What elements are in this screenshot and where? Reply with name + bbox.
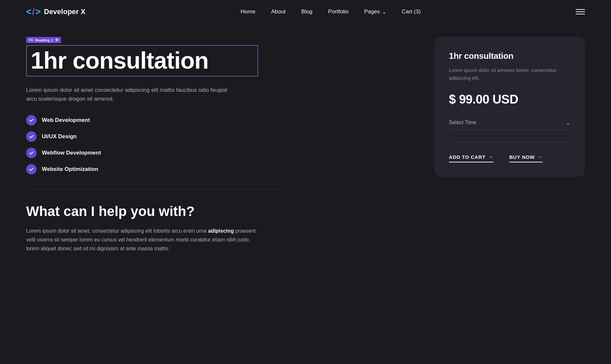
hamburger-menu[interactable]: [576, 9, 585, 14]
gear-icon: ⚙: [55, 38, 58, 42]
list-item: Website Optimization: [26, 164, 281, 174]
heading-badge: H1 Heading 1 ⚙: [26, 37, 61, 43]
help-text-before-bold: Lorem ipsum dolor sit amet, consectetur …: [26, 228, 208, 234]
buy-now-arrow-icon: →: [537, 154, 543, 160]
help-text: Lorem ipsum dolor sit amet, consectetur …: [26, 226, 265, 253]
check-circle-4: [26, 164, 37, 174]
action-buttons: ADD TO CART → BUY NOW →: [449, 154, 570, 162]
nav-link-pages[interactable]: Pages: [364, 8, 380, 15]
nav-item-portfolio[interactable]: Portfolio: [328, 8, 348, 15]
section-divider: [26, 189, 281, 189]
feature-label-2: UI/UX Design: [42, 133, 77, 140]
check-icon-3: [29, 150, 34, 156]
h1-badge-tag: H1: [29, 38, 33, 42]
nav-link-cart[interactable]: Cart (3): [402, 8, 421, 15]
nav-item-cart[interactable]: Cart (3): [402, 8, 421, 15]
nav-link-portfolio[interactable]: Portfolio: [328, 8, 348, 15]
product-title: 1hr consultation: [449, 51, 570, 61]
hamburger-line-3: [576, 14, 585, 14]
buy-now-button[interactable]: BUY NOW →: [509, 154, 543, 162]
nav-link-home[interactable]: Home: [240, 8, 255, 15]
buy-now-label: BUY NOW: [509, 154, 535, 160]
hero-description: Lorem ipsum dolor sit amet consectetur a…: [26, 86, 229, 103]
nav-link-blog[interactable]: Blog: [301, 8, 312, 15]
heading-wrapper[interactable]: 1hr consultation: [26, 45, 258, 76]
heading-badge-label: Heading 1: [35, 38, 53, 42]
select-time-wrapper[interactable]: Select Time Morning (9am - 12pm) Afterno…: [449, 116, 570, 130]
nav-item-about[interactable]: About: [271, 8, 286, 15]
logo-bracket-right: >: [35, 7, 41, 16]
product-card: 1hr consultation Lorem ipsum dolor sit a…: [435, 37, 585, 177]
add-to-cart-label: ADD TO CART: [449, 154, 486, 160]
help-heading: What can I help you with?: [26, 204, 281, 219]
check-circle-2: [26, 131, 37, 142]
nav-item-blog[interactable]: Blog: [301, 8, 312, 15]
feature-label-1: Web Development: [42, 117, 90, 124]
select-time-dropdown[interactable]: Select Time Morning (9am - 12pm) Afterno…: [449, 116, 570, 130]
right-column: 1hr consultation Lorem ipsum dolor sit a…: [435, 37, 585, 177]
list-item: Web Development: [26, 115, 281, 125]
check-circle-1: [26, 115, 37, 125]
help-text-bold: adipiscing: [208, 228, 234, 234]
feature-label-4: Website Optimization: [42, 166, 98, 173]
list-item: Webflow Development: [26, 148, 281, 158]
hamburger-line-1: [576, 9, 585, 10]
card-divider: [449, 142, 570, 142]
nav-item-home[interactable]: Home: [240, 8, 255, 15]
check-icon-1: [29, 118, 34, 123]
left-column: H1 Heading 1 ⚙ 1hr consultation Lorem ip…: [26, 37, 281, 253]
check-icon-2: [29, 134, 34, 139]
feature-label-3: Webflow Development: [42, 150, 101, 156]
product-description: Lorem ipsum dolor sit ametom lomre, cons…: [449, 66, 570, 82]
logo-slash: /: [32, 7, 35, 16]
hamburger-line-2: [576, 11, 585, 12]
feature-list: Web Development UI/UX Design Webflow Dev…: [26, 115, 281, 174]
logo-icon: < / >: [26, 7, 41, 16]
logo-text: Developer X: [44, 8, 86, 16]
check-circle-3: [26, 148, 37, 158]
add-to-cart-arrow-icon: →: [488, 154, 494, 160]
list-item: UI/UX Design: [26, 131, 281, 142]
product-price: $ 99.00 USD: [449, 92, 570, 107]
logo[interactable]: < / > Developer X: [26, 7, 86, 16]
main-heading: 1hr consultation: [31, 48, 254, 73]
check-icon-4: [29, 167, 34, 172]
chevron-down-icon: ⌄: [382, 9, 386, 15]
nav-item-pages[interactable]: Pages ⌄: [364, 8, 386, 15]
nav-links: Home About Blog Portfolio Pages ⌄ Cart (…: [240, 8, 421, 15]
add-to-cart-button[interactable]: ADD TO CART →: [449, 154, 494, 162]
logo-bracket-left: <: [26, 7, 31, 16]
main-container: H1 Heading 1 ⚙ 1hr consultation Lorem ip…: [0, 24, 611, 273]
navbar: < / > Developer X Home About Blog Portfo…: [0, 0, 611, 24]
nav-link-about[interactable]: About: [271, 8, 286, 15]
